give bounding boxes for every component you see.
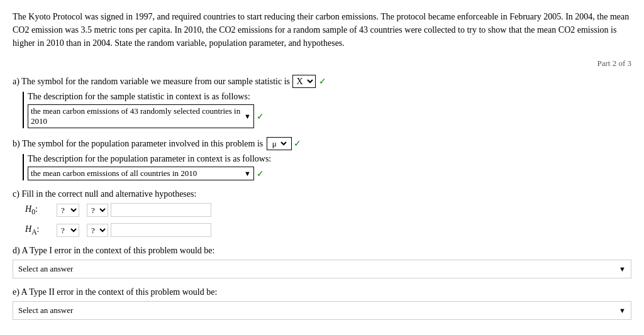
section-b-label: b) The symbol for the population paramet… [13, 137, 631, 150]
part-indicator: Part 2 of 3 [597, 58, 631, 69]
section-e: e) A Type II error in the context of thi… [13, 287, 631, 320]
type1-error-arrow: ▼ [619, 265, 626, 273]
section-d: d) A Type I error in the context of this… [13, 246, 631, 278]
section-d-label: d) A Type I error in the context of this… [13, 246, 631, 256]
h0-row: H0: ? μ X ? = ≠ < > ≤ ≥ [25, 203, 631, 217]
type2-error-dropdown[interactable]: Select an answer ▼ [13, 301, 631, 320]
h0-label: H0: [25, 204, 57, 216]
section-b-desc-checkmark: ✓ [257, 168, 264, 179]
h0-select2[interactable]: ? = ≠ < > ≤ ≥ [87, 204, 108, 217]
type2-error-arrow: ▼ [619, 307, 626, 314]
section-b-description-block: The description for the population param… [23, 154, 631, 180]
section-c: c) Fill in the correct null and alternat… [13, 189, 631, 237]
population-parameter-description-text: the mean carbon emissions of all countri… [31, 168, 242, 178]
h0-input[interactable] [111, 203, 211, 217]
type1-error-dropdown[interactable]: Select an answer ▼ [13, 260, 631, 278]
population-parameter-select[interactable]: μ X [270, 138, 289, 149]
ha-select1[interactable]: ? μ X [57, 224, 79, 237]
type1-error-placeholder: Select an answer [18, 264, 73, 274]
ha-select2[interactable]: ? = ≠ < > ≤ ≥ [87, 224, 108, 237]
section-b: b) The symbol for the population paramet… [13, 137, 631, 180]
random-variable-select[interactable]: X μ [292, 75, 316, 88]
ha-input[interactable] [111, 223, 211, 237]
section-b-checkmark: ✓ [294, 138, 301, 149]
intro-text: The Kyoto Protocol was signed in 1997, a… [13, 12, 629, 48]
section-e-label: e) A Type II error in the context of thi… [13, 287, 631, 297]
population-parameter-box: μ X [267, 137, 292, 150]
section-b-desc-label: The description for the population param… [28, 154, 631, 164]
section-c-label: c) Fill in the correct null and alternat… [13, 189, 631, 199]
ha-row: HA: ? μ X ? = ≠ < > ≤ ≥ [25, 223, 631, 237]
section-a-desc-label: The description for the sample statistic… [28, 92, 631, 102]
sample-statistic-description-arrow: ▼ [244, 113, 251, 120]
section-a-checkmark: ✓ [319, 77, 326, 86]
population-parameter-description-dropdown[interactable]: the mean carbon emissions of all countri… [28, 167, 254, 180]
section-a: a) The symbol for the random variable we… [13, 75, 631, 128]
population-parameter-description-arrow: ▼ [244, 170, 251, 177]
intro-paragraph: The Kyoto Protocol was signed in 1997, a… [13, 10, 631, 50]
ha-label: HA: [25, 224, 57, 236]
sample-statistic-description-dropdown[interactable]: the mean carbon emissions of 43 randomly… [28, 104, 254, 128]
section-a-label: a) The symbol for the random variable we… [13, 75, 631, 88]
section-a-description-block: The description for the sample statistic… [23, 92, 631, 128]
section-a-desc-checkmark: ✓ [257, 111, 264, 122]
type2-error-placeholder: Select an answer [18, 305, 73, 316]
sample-statistic-description-text: the mean carbon emissions of 43 randomly… [31, 106, 242, 126]
h0-select1[interactable]: ? μ X [57, 204, 79, 217]
